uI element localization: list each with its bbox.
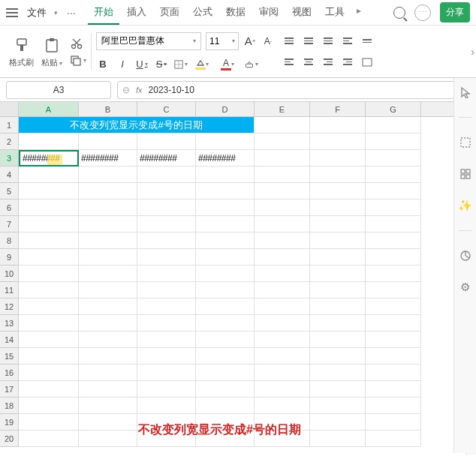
cell[interactable] (255, 315, 310, 332)
cell[interactable] (196, 249, 255, 266)
row-header-3[interactable]: 3 (0, 150, 19, 166)
cell[interactable] (196, 200, 255, 216)
cell[interactable] (255, 381, 310, 398)
row-header-4[interactable]: 4 (0, 166, 19, 183)
cell[interactable] (137, 232, 196, 249)
cell[interactable] (366, 232, 421, 249)
cell[interactable] (19, 200, 79, 216)
row-header-16[interactable]: 16 (0, 364, 19, 381)
align-center-button[interactable] (300, 53, 317, 71)
row-header-17[interactable]: 17 (0, 381, 19, 398)
search-icon[interactable] (393, 7, 405, 19)
cell[interactable] (310, 364, 366, 381)
cell[interactable] (255, 183, 310, 200)
cell[interactable] (79, 266, 137, 282)
cell[interactable] (310, 232, 366, 249)
copy-button[interactable]: ▾ (70, 55, 86, 67)
format-painter-button[interactable] (10, 34, 34, 56)
column-header-b[interactable]: B (79, 102, 137, 116)
ai-icon[interactable]: ✨ (459, 199, 472, 212)
cell[interactable] (137, 183, 196, 200)
cell[interactable] (19, 282, 79, 298)
cell[interactable] (79, 364, 137, 381)
cell[interactable] (196, 166, 255, 183)
font-color-button[interactable]: A▾ (219, 58, 233, 71)
settings-icon[interactable]: ⚙ (459, 280, 472, 294)
cell[interactable] (255, 266, 310, 282)
row-header-6[interactable]: 6 (0, 200, 19, 216)
cell[interactable] (137, 364, 196, 381)
cell[interactable] (366, 266, 421, 282)
cell[interactable] (19, 266, 79, 282)
cell[interactable] (19, 134, 79, 150)
cursor-icon[interactable] (459, 86, 472, 99)
cell[interactable] (196, 183, 255, 200)
cell[interactable] (137, 298, 196, 315)
row-header-18[interactable]: 18 (0, 398, 19, 414)
cell[interactable] (255, 364, 310, 381)
cell[interactable] (255, 348, 310, 364)
row-header-8[interactable]: 8 (0, 232, 19, 249)
font-shrink-button[interactable]: A- (261, 34, 275, 48)
file-dropdown-arrow[interactable]: ▾ (54, 9, 58, 16)
cell[interactable] (366, 200, 421, 216)
cell[interactable] (366, 249, 421, 266)
cell[interactable] (196, 398, 255, 414)
font-grow-button[interactable]: A+ (243, 34, 257, 48)
cell[interactable] (310, 150, 366, 166)
tab-start[interactable]: 开始 (88, 1, 119, 25)
cell[interactable]: ######## (196, 150, 255, 166)
cell[interactable] (19, 249, 79, 266)
cell[interactable] (310, 332, 366, 348)
column-header-f[interactable]: F (310, 102, 366, 116)
cell[interactable] (310, 298, 366, 315)
cell[interactable] (19, 315, 79, 332)
properties-icon[interactable] (459, 167, 472, 181)
cell[interactable] (310, 200, 366, 216)
row-header-13[interactable]: 13 (0, 315, 19, 332)
tab-insert[interactable]: 插入 (121, 1, 152, 25)
cell[interactable] (137, 266, 196, 282)
cell[interactable] (310, 398, 366, 414)
cell[interactable] (196, 232, 255, 249)
cell[interactable] (19, 348, 79, 364)
cell[interactable] (19, 332, 79, 348)
strikethrough-button[interactable]: S▾ (155, 58, 168, 71)
cell[interactable] (19, 183, 79, 200)
cell[interactable] (196, 332, 255, 348)
cell-reference-box[interactable]: A3 (6, 81, 111, 99)
cell[interactable] (366, 298, 421, 315)
select-icon[interactable] (459, 136, 472, 149)
cell[interactable] (366, 150, 421, 166)
row-header-2[interactable]: 2 (0, 134, 19, 150)
cell[interactable] (366, 134, 421, 150)
cell[interactable] (310, 117, 366, 134)
cell[interactable] (310, 266, 366, 282)
underline-button[interactable]: U▾ (135, 58, 149, 71)
cell[interactable] (310, 282, 366, 298)
cell[interactable] (366, 166, 421, 183)
cell[interactable] (137, 315, 196, 332)
cell[interactable] (310, 134, 366, 150)
cell[interactable] (255, 232, 310, 249)
cell[interactable] (366, 315, 421, 332)
cell[interactable] (137, 134, 196, 150)
cell[interactable] (255, 134, 310, 150)
cell[interactable] (255, 249, 310, 266)
cell[interactable] (196, 348, 255, 364)
cell[interactable] (79, 232, 137, 249)
cell[interactable] (79, 332, 137, 348)
cell[interactable] (79, 200, 137, 216)
wrap-text-button[interactable] (359, 32, 375, 50)
cell[interactable] (19, 298, 79, 315)
indent-increase-button[interactable] (339, 53, 356, 71)
zoom-out-icon[interactable]: ⊖ (122, 85, 130, 95)
cell[interactable] (310, 166, 366, 183)
cell[interactable] (366, 216, 421, 232)
grid-main[interactable]: ABCDEFG 1不改变列宽显示变成#号的日期23###############… (0, 102, 465, 454)
row-header-7[interactable]: 7 (0, 216, 19, 232)
cell[interactable] (196, 282, 255, 298)
cell[interactable] (79, 381, 137, 398)
row-header-14[interactable]: 14 (0, 332, 19, 348)
cell[interactable]: ######## (19, 150, 79, 166)
